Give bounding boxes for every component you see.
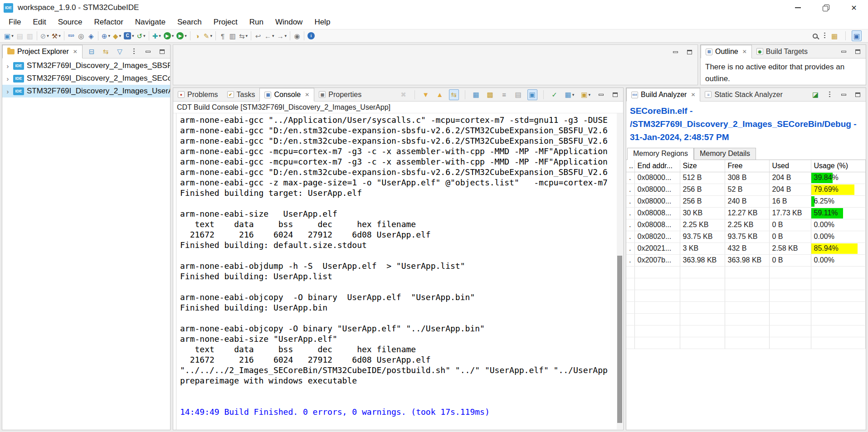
tab-project-explorer[interactable]: Project Explorer ✕ bbox=[2, 45, 83, 58]
team-icon-button[interactable]: ◑ bbox=[192, 30, 202, 41]
show-whitespace-icon-button[interactable]: ¶ bbox=[218, 30, 228, 41]
forward-icon-button[interactable]: →▾ bbox=[276, 30, 288, 41]
tab-close-icon[interactable]: ✕ bbox=[73, 49, 78, 55]
previous-error-icon-button[interactable]: ▲ bbox=[435, 89, 445, 100]
table-row[interactable]: .0x08008...30 KB12.27 KB17.73 KB59.11% bbox=[626, 207, 866, 219]
save-all-icon-button[interactable]: ▥ bbox=[25, 30, 35, 41]
maximize-icon-button[interactable] bbox=[853, 89, 863, 100]
scrollbar-thumb[interactable] bbox=[617, 256, 622, 423]
open-perspective-button[interactable]: ▦ bbox=[829, 30, 839, 41]
minimize-icon-button[interactable] bbox=[596, 89, 606, 100]
build-icon-button[interactable]: ⚒▾ bbox=[50, 30, 62, 41]
column-header-size[interactable]: Size bbox=[680, 160, 725, 172]
menu-source[interactable]: Source bbox=[52, 15, 88, 29]
tab-outline[interactable]: ⊞Outline✕ bbox=[701, 45, 752, 58]
dropdown-arrow-icon[interactable]: ▾ bbox=[285, 34, 287, 38]
next-error-icon-button[interactable]: ▼ bbox=[421, 89, 431, 100]
tree-item-stm32f769i-discovery-2-images-sbsfu-in[interactable]: ›IDESTM32F769I_Discovery_2_Images_SBSFU … bbox=[2, 59, 170, 72]
chevron-right-icon[interactable]: › bbox=[4, 87, 11, 95]
menu-search[interactable]: Search bbox=[171, 15, 208, 29]
view-menu-icon-button[interactable] bbox=[824, 89, 834, 100]
new-connection-icon-button[interactable]: ⊕▾ bbox=[100, 30, 112, 41]
profile-icon-button[interactable]: ▶▾ bbox=[175, 30, 188, 41]
terminate-icon-button[interactable]: ✖ bbox=[399, 89, 409, 100]
dropdown-arrow-icon[interactable]: ▾ bbox=[588, 92, 590, 97]
dropdown-arrow-icon[interactable]: ▾ bbox=[11, 34, 14, 38]
last-edit-icon-button[interactable]: ↩ bbox=[253, 30, 263, 41]
menu-navigate[interactable]: Navigate bbox=[129, 15, 171, 29]
dropdown-arrow-icon[interactable]: ▾ bbox=[132, 34, 134, 38]
search-button[interactable] bbox=[810, 30, 820, 41]
dropdown-arrow-icon[interactable]: ▾ bbox=[143, 34, 146, 38]
menu-window[interactable]: Window bbox=[269, 15, 308, 29]
tree-item-stm32f769i-discovery-2-images-userapp[interactable]: ›IDESTM32F769I_Discovery_2_Images_UserAp… bbox=[2, 85, 170, 97]
annotate-icon-button[interactable]: ✎▾ bbox=[202, 30, 214, 41]
column-header-free[interactable]: Free bbox=[725, 160, 769, 172]
cpp-perspective-button[interactable]: ▣ bbox=[852, 30, 862, 41]
tab-build-targets[interactable]: ◉Build Targets bbox=[752, 45, 812, 58]
table-row[interactable]: .0x08000...256 B240 B16 B6.25% bbox=[626, 195, 866, 207]
clear-console-icon-button[interactable]: ▤ bbox=[513, 89, 523, 100]
column-header-end-addr[interactable]: End addr... bbox=[634, 160, 680, 172]
column-header-usage[interactable]: Usage (%) bbox=[811, 160, 866, 172]
close-window-button[interactable]: ✕ bbox=[840, 0, 868, 15]
pin-console-icon-button[interactable]: ✓ bbox=[550, 89, 560, 100]
subtab-memory-details[interactable]: Memory Details bbox=[694, 148, 756, 160]
table-row[interactable]: .0x08020...93.75 KB93.75 KB0 B0.00% bbox=[626, 231, 866, 243]
collapse-all-icon-button[interactable]: ⊟ bbox=[87, 46, 97, 57]
toolbar-overflow-icon[interactable] bbox=[824, 33, 825, 39]
dropdown-arrow-icon[interactable]: ▾ bbox=[246, 34, 248, 38]
dropdown-arrow-icon[interactable]: ▾ bbox=[272, 34, 274, 38]
table-row[interactable]: .0x08008...2.25 KB2.25 KB0 B0.00% bbox=[626, 219, 866, 231]
binary-file-icon-button[interactable]: 010 bbox=[66, 30, 76, 41]
maximize-icon-button[interactable] bbox=[610, 89, 620, 100]
tab-problems[interactable]: ●Problems bbox=[173, 88, 223, 101]
dropdown-arrow-icon[interactable]: ▾ bbox=[210, 34, 212, 38]
table-row[interactable]: .0x2007b...363.98 KB363.98 KB0 B0.00% bbox=[626, 254, 866, 266]
menu-project[interactable]: Project bbox=[208, 15, 244, 29]
editor-area[interactable] bbox=[173, 44, 698, 85]
tab-properties[interactable]: ▦Properties bbox=[314, 88, 366, 101]
tab-static-stack-analyzer[interactable]: ≡Static Stack Analyzer bbox=[700, 88, 787, 101]
table-row[interactable]: .0x08000...512 B308 B204 B39.84% bbox=[626, 172, 866, 184]
search-file-icon-button[interactable]: ◎ bbox=[76, 30, 86, 41]
save-icon-button[interactable]: ▤ bbox=[15, 30, 25, 41]
subtab-memory-regions[interactable]: Memory Regions bbox=[627, 148, 694, 160]
link-with-editor-icon-button[interactable]: ⇆ bbox=[101, 46, 111, 57]
display-console-icon-button[interactable]: ▦▾ bbox=[564, 89, 576, 100]
menu-file[interactable]: File bbox=[3, 15, 27, 29]
dropdown-arrow-icon[interactable]: ▾ bbox=[47, 34, 49, 38]
minimize-icon-button[interactable] bbox=[670, 47, 680, 58]
pin-editor-icon-button[interactable]: ◉ bbox=[292, 30, 302, 41]
new-wizard-icon-button[interactable]: ▣▾ bbox=[3, 30, 15, 41]
minimize-icon-button[interactable] bbox=[839, 89, 848, 100]
mark-occurrences-icon-button[interactable]: ▥ bbox=[228, 30, 238, 41]
view-menu-icon-button[interactable] bbox=[129, 46, 139, 57]
tab-close-icon[interactable]: ✕ bbox=[691, 92, 695, 98]
minimize-icon-button[interactable] bbox=[839, 46, 848, 57]
maximize-icon-button[interactable] bbox=[684, 47, 694, 58]
console-output[interactable]: arm-none-eabi-gcc "../Application/User/s… bbox=[176, 113, 617, 430]
table-row[interactable]: .0x20021...3 KB432 B2.58 KB85.94% bbox=[626, 243, 866, 254]
tree-item-stm32f769i-discovery-2-images-secorebin[interactable]: ›IDESTM32F769I_Discovery_2_Images_SECore… bbox=[2, 72, 170, 85]
menu-help[interactable]: Help bbox=[308, 15, 336, 29]
dropdown-arrow-icon[interactable]: ▾ bbox=[159, 34, 161, 38]
debug-config-icon-button[interactable]: ◆▾ bbox=[112, 30, 122, 41]
show-on-stdout-icon-button[interactable]: ▦ bbox=[471, 89, 481, 100]
tab-build-analyzer[interactable]: 010Build Analyzer✕ bbox=[626, 88, 700, 102]
external-tools-icon-button[interactable]: ✚▾ bbox=[151, 30, 162, 41]
skip-breakpoints-icon-button[interactable]: ⊘▾ bbox=[39, 30, 50, 41]
dropdown-arrow-icon[interactable]: ▾ bbox=[172, 34, 174, 38]
dropdown-arrow-icon[interactable]: ▾ bbox=[119, 34, 121, 38]
c-element-icon-button[interactable]: C▾ bbox=[122, 30, 136, 41]
maximize-icon-button[interactable] bbox=[157, 46, 167, 57]
run-icon-button[interactable]: ▶▾ bbox=[162, 30, 176, 41]
table-row[interactable]: .0x08000...256 B52 B204 B79.69% bbox=[626, 184, 866, 195]
column-header-[interactable]: .. bbox=[626, 160, 634, 172]
filter-icon-button[interactable]: ▽ bbox=[115, 46, 125, 57]
tab-close-icon[interactable]: ✕ bbox=[305, 92, 309, 98]
column-header-used[interactable]: Used bbox=[769, 160, 811, 172]
back-icon-button[interactable]: ←▾ bbox=[263, 30, 276, 41]
open-console-icon-button[interactable]: ▣▾ bbox=[580, 89, 592, 100]
chevron-right-icon[interactable]: › bbox=[4, 62, 11, 70]
